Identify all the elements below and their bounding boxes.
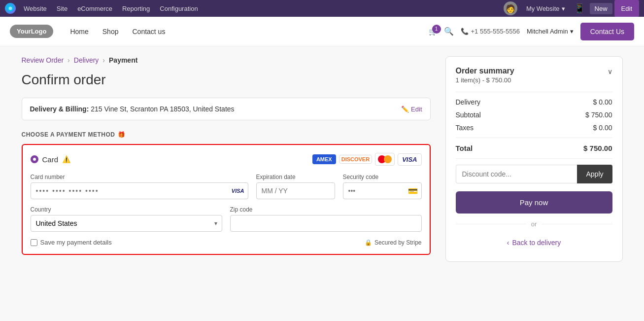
card-brands: AMEX DISCOVER VISA bbox=[312, 153, 422, 166]
edit-address-link[interactable]: ✏️ Edit bbox=[401, 106, 422, 113]
or-text: or bbox=[531, 220, 537, 228]
admin-nav-ecommerce[interactable]: eCommerce bbox=[73, 3, 116, 14]
edit-button[interactable]: Edit bbox=[614, 0, 639, 17]
subtotal-row-value: $ 750.00 bbox=[585, 111, 612, 119]
card-form-row-2: Country United States Canada United King… bbox=[31, 206, 422, 232]
payment-card-section: Card ⚠️ AMEX DISCOVER VISA bbox=[22, 144, 431, 255]
user-dropdown[interactable]: Mitchell Admin ▾ bbox=[527, 28, 574, 35]
expiry-label: Expiration date bbox=[256, 174, 335, 180]
delivery-address: 215 Vine St, Scranton PA 18503, United S… bbox=[91, 105, 234, 113]
summary-taxes-row: Taxes $ 0.00 bbox=[456, 124, 612, 132]
cart-count-badge: 1 bbox=[432, 25, 441, 34]
discount-code-input[interactable] bbox=[456, 165, 577, 183]
nav-contact[interactable]: Contact us bbox=[125, 17, 172, 46]
summary-header: Order summary 1 item(s) - $ 750.00 ∨ bbox=[456, 67, 612, 84]
summary-divider-3 bbox=[456, 158, 612, 159]
admin-nav-reporting[interactable]: Reporting bbox=[118, 3, 154, 14]
cart-icon[interactable]: 🛒 1 bbox=[429, 28, 437, 36]
lock-icon: 🔒 bbox=[365, 239, 372, 246]
breadcrumb: Review Order › Delivery › Payment bbox=[22, 56, 431, 64]
card-method-label: Card bbox=[42, 155, 59, 164]
card-number-input[interactable] bbox=[31, 182, 248, 199]
security-group: Security code 💳 bbox=[343, 174, 422, 199]
country-label: Country bbox=[31, 206, 222, 213]
card-radio-option[interactable]: Card ⚠️ bbox=[31, 155, 71, 164]
odoo-logo bbox=[5, 3, 16, 14]
stripe-label: Secured by Stripe bbox=[374, 239, 421, 246]
delivery-row-value: $ 0.00 bbox=[593, 98, 612, 106]
country-select[interactable]: United States Canada United Kingdom Germ… bbox=[31, 215, 222, 232]
save-payment-checkbox[interactable] bbox=[31, 239, 37, 246]
delivery-row-label: Delivery bbox=[456, 98, 481, 106]
card-footer: Save my payment details 🔒 Secured by Str… bbox=[31, 239, 422, 246]
svg-point-1 bbox=[9, 7, 12, 10]
summary-divider-2 bbox=[456, 138, 612, 138]
nav-home[interactable]: Home bbox=[63, 17, 95, 46]
payment-title-text: CHOOSE A PAYMENT METHOD bbox=[22, 131, 115, 138]
breadcrumb-sep-1: › bbox=[68, 56, 70, 64]
search-icon[interactable]: 🔍 bbox=[444, 27, 454, 36]
edit-label: Edit bbox=[411, 106, 422, 113]
avatar: 🧑 bbox=[504, 1, 517, 15]
nav-right-area: 🛒 1 🔍 📞 +1 555-555-5556 Mitchell Admin ▾… bbox=[429, 23, 634, 40]
card-chip-icon: 💳 bbox=[408, 186, 418, 196]
mobile-preview-icon[interactable]: 📱 bbox=[571, 1, 588, 16]
delivery-label: Delivery & Billing: bbox=[30, 105, 89, 113]
back-chevron-icon: ‹ bbox=[507, 239, 509, 247]
zip-label: Zip code bbox=[230, 206, 422, 213]
phone-nav: 📞 +1 555-555-5556 bbox=[461, 28, 520, 35]
gift-icon: 🎁 bbox=[118, 131, 126, 138]
delivery-billing-box: Delivery & Billing: 215 Vine St, Scranto… bbox=[22, 98, 431, 120]
security-input-wrap: 💳 bbox=[343, 182, 422, 199]
page-title: Confirm order bbox=[22, 72, 431, 88]
main-content: Review Order › Delivery › Payment Confir… bbox=[7, 46, 638, 272]
new-button[interactable]: New bbox=[590, 3, 612, 14]
admin-nav-website[interactable]: Website bbox=[20, 3, 51, 14]
mastercard-icon bbox=[375, 153, 395, 166]
card-form-row-1: Card number VISA Expiration date Securit… bbox=[31, 174, 422, 199]
breadcrumb-review-order[interactable]: Review Order bbox=[22, 56, 64, 64]
back-to-delivery-link[interactable]: ‹ Back to delivery bbox=[456, 234, 612, 251]
user-name: Mitchell Admin bbox=[527, 28, 568, 35]
website-nav: YourLogo Home Shop Contact us 🛒 1 🔍 📞 +1… bbox=[0, 17, 644, 46]
left-panel: Review Order › Delivery › Payment Confir… bbox=[22, 56, 431, 262]
summary-subtotal-row: Subtotal $ 750.00 bbox=[456, 111, 612, 119]
expiry-input[interactable] bbox=[256, 182, 335, 199]
summary-header-text: Order summary 1 item(s) - $ 750.00 bbox=[456, 67, 514, 84]
stripe-secure: 🔒 Secured by Stripe bbox=[365, 239, 421, 246]
admin-bar: Website Site eCommerce Reporting Configu… bbox=[0, 0, 644, 17]
expiry-group: Expiration date bbox=[256, 174, 335, 199]
card-header: Card ⚠️ AMEX DISCOVER VISA bbox=[31, 153, 422, 166]
chevron-down-icon: ▾ bbox=[562, 5, 565, 12]
breadcrumb-delivery[interactable]: Delivery bbox=[74, 56, 99, 64]
logo-text: YourLogo bbox=[17, 28, 46, 35]
apply-button[interactable]: Apply bbox=[577, 165, 612, 183]
save-payment-label[interactable]: Save my payment details bbox=[31, 239, 112, 246]
phone-icon: 📞 bbox=[461, 28, 469, 35]
or-divider: or bbox=[456, 220, 612, 228]
country-select-wrap: United States Canada United Kingdom Germ… bbox=[31, 215, 222, 232]
card-number-label: Card number bbox=[31, 174, 248, 180]
total-row-value: $ 750.00 bbox=[583, 144, 612, 152]
security-label: Security code bbox=[343, 174, 422, 180]
save-payment-text: Save my payment details bbox=[40, 239, 112, 246]
zip-input[interactable]: 18503 bbox=[230, 215, 422, 232]
contact-us-button[interactable]: Contact Us bbox=[580, 23, 634, 40]
delivery-address-text: Delivery & Billing: 215 Vine St, Scranto… bbox=[30, 105, 235, 113]
pay-now-button[interactable]: Pay now bbox=[456, 191, 612, 214]
warning-icon: ⚠️ bbox=[62, 155, 70, 163]
card-number-group: Card number VISA bbox=[31, 174, 248, 199]
taxes-row-value: $ 0.00 bbox=[593, 124, 612, 132]
admin-nav-configuration[interactable]: Configuration bbox=[156, 3, 202, 14]
amex-icon: AMEX bbox=[312, 154, 336, 164]
my-website-dropdown[interactable]: My Website ▾ bbox=[522, 3, 569, 14]
summary-chevron-icon[interactable]: ∨ bbox=[608, 68, 612, 75]
zip-group: Zip code 18503 bbox=[230, 206, 422, 232]
admin-nav-site[interactable]: Site bbox=[53, 3, 71, 14]
discount-row: Apply bbox=[456, 165, 612, 183]
phone-number: +1 555-555-5556 bbox=[471, 28, 520, 35]
summary-total-row: Total $ 750.00 bbox=[456, 144, 612, 152]
order-summary-card: Order summary 1 item(s) - $ 750.00 ∨ Del… bbox=[445, 56, 623, 262]
payment-section-title: CHOOSE A PAYMENT METHOD 🎁 bbox=[22, 131, 431, 138]
nav-shop[interactable]: Shop bbox=[96, 17, 126, 46]
